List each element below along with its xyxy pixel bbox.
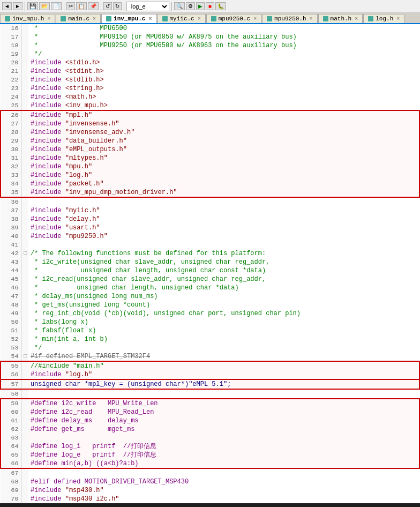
tab-main_c[interactable]: main.c× — [56, 14, 101, 23]
fold-indicator — [22, 101, 28, 110]
code-line: #define min(a,b) ((a<b)?a:b) — [28, 459, 419, 468]
fold-indicator — [22, 180, 28, 188]
fold-indicator — [22, 468, 28, 478]
toolbar-btn-cut[interactable]: ✂ — [66, 2, 75, 10]
toolbar-btn-debug[interactable]: 🐛 — [215, 2, 226, 10]
line-number: 62 — [1, 425, 22, 434]
code-table: 16 * MPU650017 * MPU9150 (or MPU6050 w/ … — [0, 24, 420, 503]
toolbar-btn-new[interactable]: 📄 — [51, 2, 62, 10]
line-row: 62#define get_ms mget_ms — [1, 425, 419, 434]
tab-icon-1 — [61, 16, 66, 21]
tab-icon-4 — [211, 16, 216, 21]
fold-indicator — [22, 58, 28, 67]
line-row: 42□/* The following functions must be de… — [1, 249, 419, 258]
toolbar-btn-search[interactable]: 🔍 — [174, 2, 185, 10]
tab-close-7[interactable]: × — [396, 16, 400, 22]
code-line: #include <string.h> — [28, 84, 419, 93]
tab-close-6[interactable]: × — [355, 16, 358, 22]
tab-close-0[interactable]: × — [47, 16, 50, 22]
code-container[interactable]: 16 * MPU650017 * MPU9150 (or MPU6050 w/ … — [0, 24, 420, 503]
line-number: 40 — [1, 232, 22, 241]
fold-indicator — [22, 76, 28, 84]
tab-close-1[interactable]: × — [93, 16, 96, 22]
toolbar-btn-settings[interactable]: ⚙ — [186, 2, 195, 10]
toolbar-btn-fwd[interactable]: ► — [13, 2, 22, 10]
toolbar-btn-paste[interactable]: 📌 — [88, 2, 99, 10]
tab-mpu9250_h[interactable]: mpu9250.h× — [262, 14, 317, 23]
code-line: #include "log.h" — [28, 171, 419, 180]
line-row: 55//#include "main.h" — [1, 361, 419, 370]
tab-label-6: math.h — [331, 16, 352, 22]
tab-mpu9250_c[interactable]: mpu9250.c× — [206, 14, 261, 23]
line-number: 70 — [1, 495, 22, 503]
code-line: */ — [28, 344, 419, 352]
tab-close-3[interactable]: × — [198, 16, 201, 22]
tab-close-5[interactable]: × — [310, 16, 313, 22]
fold-indicator — [22, 326, 28, 335]
toolbar-btn-undo[interactable]: ↺ — [103, 2, 112, 10]
line-number: 22 — [1, 76, 22, 84]
line-number: 55 — [1, 361, 22, 370]
line-number: 61 — [1, 416, 22, 425]
fold-indicator — [22, 171, 28, 180]
tab-math_h[interactable]: math.h× — [318, 14, 363, 23]
tab-label-0: inv_mpu.h — [12, 16, 44, 22]
code-line: #include <inv_mpu.h> — [28, 101, 419, 110]
code-line: #include "mpu9250.h" — [28, 232, 419, 241]
fold-indicator — [22, 223, 28, 232]
tab-log_h[interactable]: log.h× — [363, 14, 404, 23]
line-number: 43 — [1, 258, 22, 266]
code-line: #include "usart.h" — [28, 223, 419, 232]
fold-indicator — [22, 50, 28, 58]
line-number: 39 — [1, 223, 22, 232]
line-row: 21#include <stdint.h> — [1, 67, 419, 76]
tab-myiic_c[interactable]: myiic.c× — [158, 14, 206, 23]
code-line: #include "data_builder.h" — [28, 137, 419, 145]
toolbar-btn-copy[interactable]: 📋 — [76, 2, 87, 10]
fold-indicator — [22, 442, 28, 451]
toolbar-btn-run[interactable]: ▶ — [196, 2, 205, 10]
toolbar: ◄ ► 💾 📂 📄 ✂ 📋 📌 ↺ ↻ log_e 🔍 ⚙ ▶ ■ 🐛 — [0, 0, 420, 13]
code-line — [28, 197, 419, 206]
fold-indicator — [22, 206, 28, 215]
toolbar-btn-redo[interactable]: ↻ — [113, 2, 122, 10]
code-line: //#include "main.h" — [28, 361, 419, 370]
tab-close-4[interactable]: × — [253, 16, 257, 22]
line-row: 22#include <stdlib.h> — [1, 76, 419, 84]
fold-indicator[interactable]: □ — [22, 249, 28, 258]
line-row: 44 * unsigned char length, unsigned char… — [1, 266, 419, 275]
line-row: 20#include <stdio.h> — [1, 58, 419, 67]
toolbar-btn-back[interactable]: ◄ — [2, 2, 12, 10]
line-number: 60 — [1, 408, 22, 416]
tab-inv_mpu_h[interactable]: inv_mpu.h× — [0, 14, 55, 23]
toolbar-btn-stop[interactable]: ■ — [206, 2, 214, 10]
line-number: 37 — [1, 206, 22, 215]
fold-indicator — [22, 232, 28, 241]
line-row: 53 */ — [1, 344, 419, 352]
code-line: * MPU9150 (or MPU6050 w/ AK8975 on the a… — [28, 33, 419, 41]
line-number: 45 — [1, 275, 22, 284]
tab-bar: inv_mpu.h×main.c×inv_mpu.c×myiic.c×mpu92… — [0, 13, 420, 24]
toolbar-btn-save[interactable]: 💾 — [27, 2, 38, 10]
fold-indicator — [22, 318, 28, 326]
line-number: 19 — [1, 50, 22, 58]
fold-indicator — [22, 408, 28, 416]
line-row: 17 * MPU9150 (or MPU6050 w/ AK8975 on th… — [1, 33, 419, 41]
code-line: #include <stdlib.h> — [28, 76, 419, 84]
tab-close-2[interactable]: × — [148, 16, 152, 22]
code-line: #include <stdint.h> — [28, 67, 419, 76]
function-dropdown[interactable]: log_e — [126, 2, 169, 11]
fold-indicator[interactable]: □ — [22, 352, 28, 361]
line-row: 65#define log_e printf //打印信息 — [1, 451, 419, 459]
tab-icon-5 — [267, 16, 272, 21]
toolbar-btn-open[interactable]: 📂 — [39, 2, 50, 10]
line-row: 16 * MPU6500 — [1, 24, 419, 33]
code-line: * MPU9250 (or MPU6500 w/ AK8963 on the a… — [28, 41, 419, 50]
line-number: 35 — [1, 188, 22, 197]
line-number: 25 — [1, 101, 22, 110]
tab-inv_mpu_c[interactable]: inv_mpu.c× — [101, 14, 156, 24]
code-line: #include "mltypes.h" — [28, 154, 419, 162]
line-number: 41 — [1, 241, 22, 249]
fold-indicator — [22, 284, 28, 292]
fold-indicator — [22, 84, 28, 93]
